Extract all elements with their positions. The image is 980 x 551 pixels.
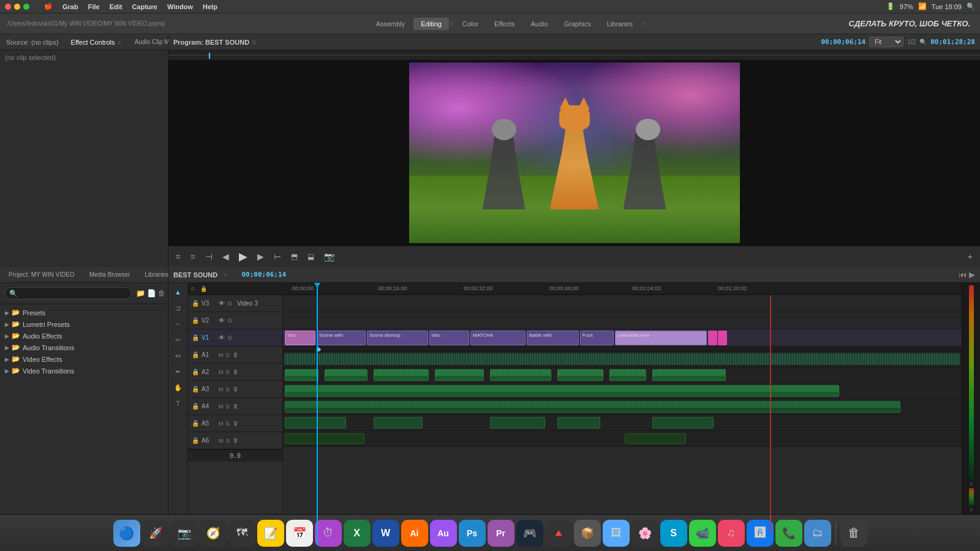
v2-eye-icon[interactable]: 👁 <box>219 317 225 324</box>
dock-app-audition[interactable]: Au <box>430 520 457 547</box>
apple-menu[interactable]: 🍎 <box>44 2 53 10</box>
a2-clip-1[interactable] <box>325 369 368 381</box>
dock-app-skype[interactable]: S <box>660 520 687 547</box>
clip-v1-3[interactable]: disc <box>429 331 469 345</box>
clip-track-a4[interactable] <box>283 399 962 415</box>
tab-audio[interactable]: Audio <box>524 18 556 30</box>
capture-menu[interactable]: Capture <box>132 3 157 10</box>
a5-solo-btn[interactable]: S <box>226 421 230 427</box>
v1-lock-icon[interactable]: 🔒 <box>192 334 199 341</box>
a2-solo-btn[interactable]: S <box>226 369 230 375</box>
tree-item-presets[interactable]: ▶ 📂 Presets <box>0 307 168 318</box>
a2-clip-7[interactable] <box>652 369 726 381</box>
dock-app-photoshop[interactable]: Ps <box>459 520 486 547</box>
a4-solo-btn[interactable]: S <box>226 403 230 410</box>
v2-lock-icon[interactable]: 🔒 <box>192 317 199 324</box>
step-forward-btn[interactable]: ▶ <box>255 250 266 263</box>
tab-effect-controls[interactable]: Effect Controls ≡ <box>65 37 129 48</box>
go-to-out-btn[interactable]: ⊢ <box>271 250 284 263</box>
dock-app-steam[interactable]: 🎮 <box>516 520 543 547</box>
clip-track-v1[interactable]: Sce Scene with Scene disresp disc MATCHA… <box>283 329 962 347</box>
a2-clip-4[interactable] <box>490 369 551 381</box>
clip-track-v2[interactable] <box>283 312 962 329</box>
dock-app-photos[interactable]: 📷 <box>171 520 198 547</box>
dock-app-launchpad[interactable]: 🚀 <box>142 520 169 547</box>
v1-eye-icon[interactable]: 👁 <box>219 334 225 341</box>
dock-app-finder[interactable]: 🔵 <box>113 520 140 547</box>
app-name-menu[interactable]: Grab <box>62 3 78 10</box>
a2-clip-5[interactable] <box>557 369 603 381</box>
edit-menu[interactable]: Edit <box>110 3 123 10</box>
monitor-menu-icon[interactable]: ≡ <box>252 38 256 47</box>
dock-app-preview[interactable]: 🖼 <box>603 520 630 547</box>
ripple-edit-tool-btn[interactable]: ↔ <box>172 317 185 331</box>
a2-clip-2[interactable] <box>374 369 429 381</box>
overwrite-btn[interactable]: ⬓ <box>305 251 317 262</box>
dock-app-maps[interactable]: 🗺 <box>228 520 255 547</box>
tab-effects[interactable]: Effects <box>487 18 522 30</box>
insert-btn[interactable]: ⬒ <box>288 251 300 262</box>
v2-mute-icon[interactable]: ⊙ <box>227 317 232 324</box>
fit-dropdown[interactable]: Fit 25% 50% 75% 100% <box>869 37 903 47</box>
tab-color[interactable]: Color <box>455 18 486 30</box>
tree-item-audio-effects[interactable]: ▶ 📂 Audio Effects <box>0 330 168 342</box>
a4-mute-btn[interactable]: M <box>219 403 224 410</box>
current-timecode[interactable]: 00;00;06;14 <box>821 38 865 46</box>
tab-project[interactable]: Project: MY WIN VIDEO <box>2 269 81 280</box>
mark-out-btn[interactable]: ⌗ <box>188 250 198 263</box>
clip-v1-end1[interactable] <box>708 331 717 345</box>
clip-v1-end2[interactable] <box>718 331 727 345</box>
window-controls[interactable] <box>5 4 29 10</box>
export-frame-btn[interactable]: 📷 <box>322 250 337 263</box>
a6-lock-icon[interactable]: 🔒 <box>192 437 199 444</box>
tab-media-browser[interactable]: Media Browser <box>83 269 137 280</box>
new-item-icon[interactable]: 📄 <box>147 289 156 298</box>
type-tool-btn[interactable]: T <box>172 397 185 410</box>
tab-assembly[interactable]: Assembly <box>369 18 413 30</box>
clip-track-a1[interactable] <box>283 351 962 367</box>
dock-app-illustrator[interactable]: Ai <box>401 520 428 547</box>
hand-tool-btn[interactable]: ✋ <box>172 381 185 394</box>
close-button[interactable] <box>5 4 11 10</box>
a1-lock-icon[interactable]: 🔒 <box>192 351 199 358</box>
a6-mute-btn[interactable]: M <box>219 438 224 444</box>
tl-play-btn[interactable]: ▶ <box>969 270 975 279</box>
more-tabs-icon[interactable]: » <box>641 20 645 27</box>
sequence-settings-icon[interactable]: ≡ <box>224 272 227 278</box>
razor-tool-btn[interactable]: ✂ <box>172 333 185 347</box>
dock-app-browse[interactable]: 📦 <box>574 520 601 547</box>
a5-clip-1[interactable] <box>374 417 423 429</box>
lock-icon-tl[interactable]: 🔒 <box>200 286 207 292</box>
timeline-ruler[interactable]: 00;00;00 00;00;16;00 00;00;32;00 00;00;4… <box>283 283 962 295</box>
delete-icon[interactable]: 🗑 <box>158 289 165 298</box>
help-menu[interactable]: Help <box>203 3 217 10</box>
tree-item-audio-transitions[interactable]: ▶ 📂 Audio Transitions <box>0 342 168 353</box>
a5-clip-4[interactable] <box>652 417 714 429</box>
dock-app-trash[interactable]: 🗑 <box>840 520 867 547</box>
dock-app-klokki[interactable]: ⏱ <box>315 520 342 547</box>
tab-graphics[interactable]: Graphics <box>557 18 598 30</box>
editing-menu-icon[interactable]: ≡ <box>450 20 454 27</box>
mark-in-btn[interactable]: ⌗ <box>173 250 183 263</box>
clip-track-v3[interactable] <box>283 295 962 312</box>
a2-clip-3[interactable] <box>435 369 484 381</box>
pen-tool-btn[interactable]: ✒ <box>172 365 185 378</box>
clip-v1-4[interactable]: MATCHA <box>470 331 526 345</box>
tab-source[interactable]: Source: (no clips) <box>0 37 65 48</box>
a3-mute-btn[interactable]: M <box>219 386 224 392</box>
tab-libraries[interactable]: Libraries <box>600 18 640 30</box>
dock-app-safari[interactable]: 🧭 <box>200 520 227 547</box>
a4-lock-icon[interactable]: 🔒 <box>192 403 199 410</box>
clip-v1-6[interactable]: Fuck <box>580 331 614 345</box>
dock-app-premiere[interactable]: Pr <box>488 520 514 547</box>
dock-app-vlc[interactable]: 🔺 <box>545 520 572 547</box>
a5-clip-2[interactable] <box>490 417 545 429</box>
zoom-icon[interactable]: 🔍 <box>919 39 927 45</box>
play-btn[interactable]: ▶ <box>236 249 250 264</box>
step-back-btn[interactable]: ◀ <box>220 250 232 263</box>
go-to-in-btn[interactable]: ⊣ <box>203 250 215 263</box>
a1-solo-btn[interactable]: S <box>226 352 230 358</box>
monitor-scrub-bar[interactable] <box>168 50 980 60</box>
clip-track-a2[interactable] <box>283 367 962 383</box>
search-icon[interactable]: 🔍 <box>967 2 975 10</box>
